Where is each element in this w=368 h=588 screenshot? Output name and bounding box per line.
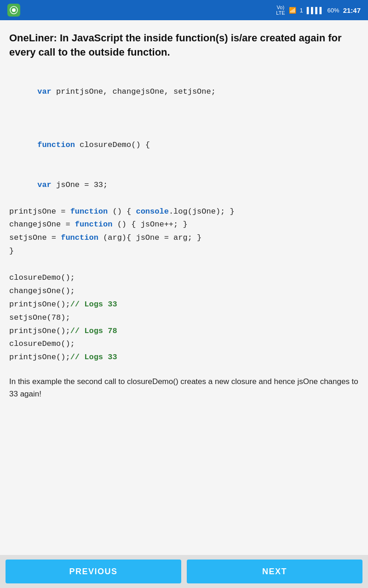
code-setjsone-assign: setjsOne = function (arg){ jsOne = arg; …: [9, 232, 359, 245]
code-call-change: changejsOne();: [9, 285, 359, 298]
sim-slot: 1: [300, 7, 303, 14]
signal-bars-icon: ▌▌▌▌: [307, 7, 324, 14]
network-indicator: Vo)LTE: [276, 5, 285, 16]
code-close-brace: }: [9, 245, 359, 258]
svg-point-1: [12, 8, 16, 12]
kw-function-1: function: [37, 141, 75, 149]
comment-logs-33-1: // Logs 33: [70, 300, 117, 309]
code-function-def: function closureDemo() {: [9, 125, 359, 165]
kw-function-3: function: [75, 220, 113, 229]
code-call-closure: closureDemo();: [9, 271, 359, 285]
code-blank-2: [9, 258, 359, 271]
code-print-3: printjsOne();// Logs 33: [9, 351, 359, 364]
kw-function-4: function: [61, 233, 98, 242]
previous-button[interactable]: PREVIOUS: [6, 560, 181, 583]
app-icon: [7, 4, 20, 17]
status-bar: Vo)LTE 📶 1 ▌▌▌▌ 60% 21:47: [0, 0, 368, 20]
battery-level: 60%: [328, 7, 339, 14]
app-icon-area: [7, 4, 20, 17]
page-title: OneLiner: In JavaScript the inside funct…: [9, 31, 359, 60]
bottom-navigation: PREVIOUS NEXT: [0, 555, 368, 588]
comment-logs-33-2: // Logs 33: [70, 353, 117, 362]
next-button[interactable]: NEXT: [187, 560, 362, 583]
description-text: In this example the second call to closu…: [9, 375, 359, 400]
kw-var-1: var: [37, 87, 52, 96]
code-set-78: setjsOne(78);: [9, 311, 359, 325]
code-changejsone-assign: changejsOne = function () { jsOne++; }: [9, 218, 359, 232]
code-var-line: var printjsOne, changejsOne, setjsOne;: [9, 73, 359, 113]
comment-logs-78: // Logs 78: [70, 327, 117, 335]
code-blank-1: [9, 112, 359, 125]
wifi-icon: 📶: [289, 7, 296, 14]
kw-function-2: function: [70, 207, 108, 216]
clock: 21:47: [343, 6, 361, 14]
code-call-closure-2: closureDemo();: [9, 338, 359, 351]
kw-var-2: var: [37, 181, 52, 189]
code-printjsone-assign: printjsOne = function () { console.log(j…: [9, 205, 359, 219]
kw-console: console: [136, 207, 168, 216]
code-block: var printjsOne, changejsOne, setjsOne; f…: [9, 73, 359, 365]
code-var-jsone: var jsOne = 33;: [9, 165, 359, 205]
main-content: OneLiner: In JavaScript the inside funct…: [0, 20, 368, 555]
code-print-1: printjsOne();// Logs 33: [9, 298, 359, 311]
code-print-2: printjsOne();// Logs 78: [9, 325, 359, 338]
